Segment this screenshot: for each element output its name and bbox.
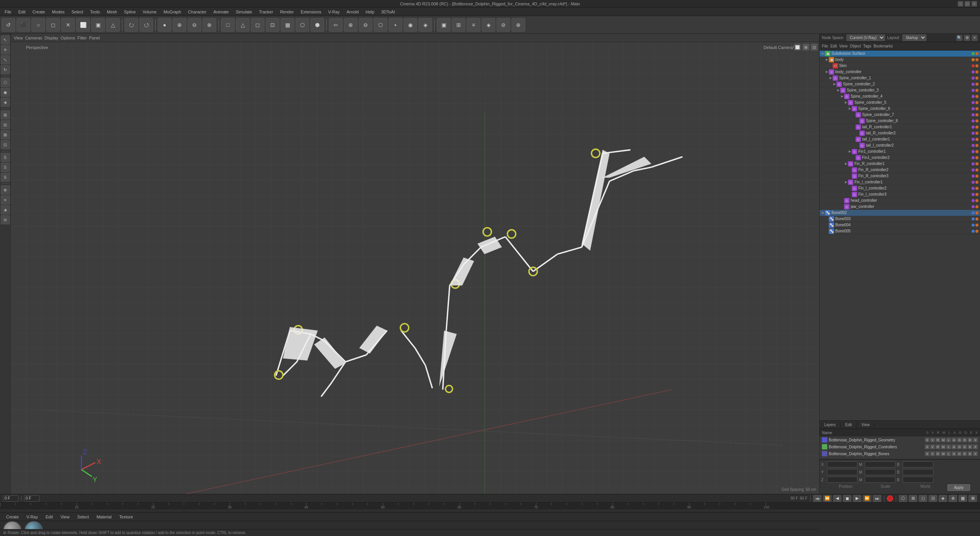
tree-dot-1[interactable]: [975, 175, 978, 178]
tool-rotate[interactable]: ↻: [1, 65, 10, 74]
tree-item-spine_controller_6[interactable]: ▶◎Spine_controller_6: [820, 106, 980, 112]
maximize-button[interactable]: □: [965, 1, 970, 7]
layer-icon-7[interactable]: D: [962, 451, 967, 456]
toolbar-btn-33[interactable]: ⊕: [511, 18, 525, 32]
view-menu[interactable]: View: [14, 36, 23, 40]
layer-icon-9[interactable]: X: [973, 444, 978, 449]
tree-item-tail_r_controller2[interactable]: ◎tail_R_controller2: [820, 130, 980, 136]
toolbar-btn-12[interactable]: ⊖: [188, 18, 201, 32]
om-edit-menu[interactable]: Edit: [830, 44, 837, 48]
tool-s9[interactable]: S: [1, 163, 10, 172]
layer-icon-2[interactable]: R: [936, 438, 940, 442]
toolbar-btn-18[interactable]: ▦: [281, 18, 294, 32]
menu-select[interactable]: Select: [69, 9, 87, 15]
tree-item-bone003[interactable]: 🦴Bone003: [820, 216, 980, 222]
layer-row-0[interactable]: Bottlenose_Dolphin_Rigged_GeometrySVRMLA…: [820, 436, 980, 443]
bottom-menu-create[interactable]: Create: [3, 514, 22, 520]
play-back-btn[interactable]: ◀: [833, 495, 841, 502]
settings-icon[interactable]: ⚙: [964, 35, 970, 41]
tree-item-fin_l_controller2[interactable]: ◎Fin_l_controller2: [820, 185, 980, 191]
tree-arrow[interactable]: ▶: [844, 101, 848, 105]
tree-dot-0[interactable]: [972, 230, 975, 233]
tree-dot-0[interactable]: [972, 217, 975, 221]
tree-dot-0[interactable]: [972, 58, 975, 61]
tool-s12[interactable]: ≡: [1, 195, 10, 204]
tl-btn6[interactable]: ⊕: [949, 495, 957, 502]
menu-spline[interactable]: Spline: [121, 9, 139, 15]
bottom-menu-v-ray[interactable]: V-Ray: [23, 514, 41, 520]
tree-arrow[interactable]: ▶: [821, 211, 825, 215]
tool-s5[interactable]: ⊟: [1, 120, 10, 129]
tree-dot-1[interactable]: [975, 187, 978, 190]
menu-mograph[interactable]: MoGraph: [160, 9, 184, 15]
layer-icon-2[interactable]: R: [936, 444, 940, 449]
tree-item-spine_controller_7[interactable]: ◎Spine_controller_7: [820, 112, 980, 118]
tree-item-spine_controller_3[interactable]: ▶◎Spine_controller_3: [820, 87, 980, 93]
record-button[interactable]: [887, 495, 893, 502]
prev-frame-btn[interactable]: ⏪: [823, 495, 831, 502]
next-frame-btn[interactable]: ⏩: [863, 495, 871, 502]
options-menu[interactable]: Options: [60, 36, 75, 40]
tree-item-fin1_controller2[interactable]: ◎Fin1_controller2: [820, 155, 980, 161]
coord-mz-input[interactable]: [865, 477, 895, 483]
tree-item-fin1_controller1[interactable]: ▶◎Fin1_controller1: [820, 149, 980, 155]
tree-item-tail_l_controller1[interactable]: ◎tail_l_controller1: [820, 136, 980, 142]
toolbar-btn-5[interactable]: ⬜: [76, 18, 90, 32]
tree-dot-1[interactable]: [975, 150, 978, 153]
tree-dot-0[interactable]: [972, 168, 975, 172]
bottom-menu-texture[interactable]: Texture: [116, 514, 136, 520]
close-icon[interactable]: ×: [972, 35, 978, 41]
tree-dot-1[interactable]: [975, 83, 978, 86]
layer-row-2[interactable]: Bottlenose_Dolphin_Rigged_BonesSVRMLAGDE…: [820, 450, 980, 457]
tool-s10[interactable]: S: [1, 173, 10, 182]
menu-arnold[interactable]: Arnold: [343, 9, 362, 15]
search-icon[interactable]: 🔍: [956, 35, 962, 41]
bottom-menu-view[interactable]: View: [57, 514, 73, 520]
coord-z-input[interactable]: [827, 477, 858, 483]
tree-dot-0[interactable]: [972, 83, 975, 86]
tree-dot-1[interactable]: [975, 52, 978, 55]
layer-icon-6[interactable]: G: [957, 444, 962, 449]
tool-select[interactable]: ↖: [1, 35, 10, 44]
toolbar-btn-11[interactable]: ⊕: [173, 18, 186, 32]
tree-dot-1[interactable]: [975, 162, 978, 165]
toolbar-btn-21[interactable]: ⇦: [329, 18, 343, 32]
tree-dot-1[interactable]: [975, 199, 978, 202]
layer-icon-3[interactable]: M: [941, 451, 946, 456]
toolbar-btn-27[interactable]: ◈: [418, 18, 432, 32]
tree-item-head_controller[interactable]: ◎head_controller: [820, 198, 980, 204]
toolbar-btn-32[interactable]: ⊘: [497, 18, 510, 32]
tool-s4[interactable]: ⊞: [1, 110, 10, 119]
stop-btn[interactable]: ⏹: [843, 495, 851, 502]
toolbar-btn-15[interactable]: △: [236, 18, 250, 32]
tree-arrow[interactable]: ▶: [825, 58, 829, 62]
layer-icon-1[interactable]: V: [930, 451, 935, 456]
node-space-select[interactable]: Current (V-Ray): [846, 34, 885, 41]
toolbar-btn-8[interactable]: ⭮: [124, 18, 138, 32]
tree-dot-0[interactable]: [972, 224, 975, 227]
menu-animate[interactable]: Animate: [210, 9, 232, 15]
tree-dot-1[interactable]: [975, 113, 978, 116]
tree-dot-1[interactable]: [975, 107, 978, 110]
layer-icon-9[interactable]: X: [973, 451, 978, 456]
coord-bz-input[interactable]: [903, 477, 933, 483]
tree-dot-1[interactable]: [975, 95, 978, 98]
coord-mx-input[interactable]: [865, 461, 895, 467]
menu-modes[interactable]: Modes: [49, 9, 68, 15]
tool-scale[interactable]: ⤡: [1, 55, 10, 64]
tree-dot-1[interactable]: [975, 211, 978, 214]
tree-dot-0[interactable]: [972, 205, 975, 208]
tool-s7[interactable]: ⊡: [1, 140, 10, 149]
tl-btn3[interactable]: ◻: [919, 495, 927, 502]
tree-dot-1[interactable]: [975, 193, 978, 196]
tree-item-spine_controller_2[interactable]: ▶◎Spine_controller_2: [820, 81, 980, 87]
tree-dot-0[interactable]: [972, 181, 975, 184]
tl-btn4[interactable]: ⊡: [929, 495, 937, 502]
layer-icon-1[interactable]: V: [930, 444, 935, 449]
viewport-canvas[interactable]: Perspective Default Camera** ⬜ ⊞ ⊡: [11, 42, 819, 494]
tree-item-spine_controller_4[interactable]: ▶◎Spine_controller_4: [820, 93, 980, 100]
tree-dot-0[interactable]: [972, 132, 975, 135]
tree-dot-0[interactable]: [972, 113, 975, 116]
layer-icon-0[interactable]: S: [925, 451, 929, 456]
toolbar-btn-22[interactable]: ⊕: [344, 18, 358, 32]
